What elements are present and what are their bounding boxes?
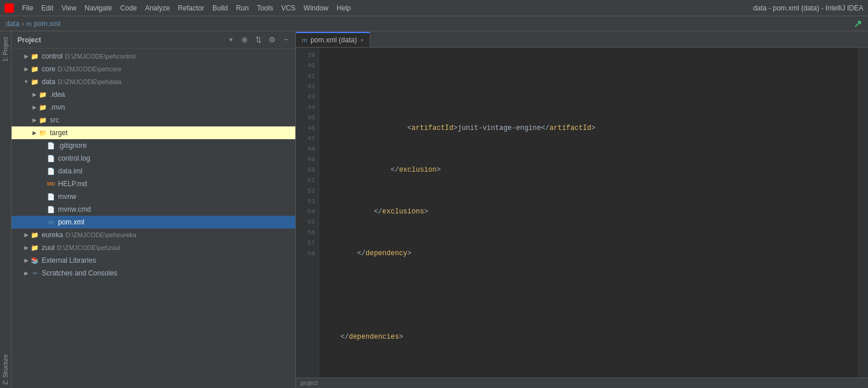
scratches-icon: ✏	[30, 269, 39, 278]
menu-window[interactable]: Window	[300, 3, 332, 13]
menu-code[interactable]: Code	[117, 3, 140, 13]
tree-item-idea[interactable]: ▶ 📁 .idea	[12, 88, 295, 101]
structure-tab[interactable]: Z: Structure	[1, 351, 10, 388]
tree-item-core[interactable]: ▶ 📁 core D:\ZMJCODE\pet\core	[12, 63, 295, 75]
breadcrumb-data[interactable]: data	[6, 20, 19, 28]
tree-item-mvnw[interactable]: ▶ 📄 mvnw	[12, 190, 295, 203]
locate-button[interactable]: ⊕	[238, 34, 250, 46]
breadcrumb-separator: ›	[21, 20, 24, 28]
folder-icon: 📁	[38, 115, 48, 125]
tree-item-control[interactable]: ▶ 📁 control D:\ZMJCODE\pet\control	[12, 50, 295, 63]
menu-edit[interactable]: Edit	[38, 3, 57, 13]
tree-item-mvn[interactable]: ▶ 📁 .mvn	[12, 101, 295, 114]
expand-icon: ▶	[30, 129, 38, 137]
tree-item-help-md[interactable]: ▶ MD HELP.md	[12, 177, 295, 190]
item-label: mvnw.cmd	[58, 205, 91, 213]
breadcrumb-file[interactable]: pom.xml	[34, 20, 60, 28]
item-label: Scratches and Consoles	[42, 269, 117, 277]
tree-item-src[interactable]: ▶ 📁 src	[12, 114, 295, 126]
tree-item-pom-xml[interactable]: ▶ m pom.xml	[12, 216, 295, 229]
expand-icon: ▶	[22, 269, 30, 277]
menu-bar: File Edit View Navigate Code Analyze Ref…	[19, 3, 753, 13]
menu-run[interactable]: Run	[233, 3, 252, 13]
line-num-41: 41 −	[296, 71, 315, 81]
item-label: core	[42, 65, 55, 73]
tree-item-eureka[interactable]: ▶ 📁 eureka D:\ZMJCODE\pet\eureka	[12, 229, 295, 241]
menu-tools[interactable]: Tools	[254, 3, 277, 13]
sidebar-title: Project	[15, 36, 226, 44]
folder-icon: 📁	[30, 52, 39, 61]
menu-help[interactable]: Help	[333, 3, 355, 13]
z-sidebar: 1: Project Z: Structure	[0, 31, 12, 388]
item-label: .mvn	[50, 103, 65, 111]
line-num-53: 53	[296, 196, 315, 206]
folder-icon: 📁	[38, 90, 48, 99]
menu-vcs[interactable]: VCS	[278, 3, 299, 13]
code-line-44	[324, 290, 859, 300]
menu-build[interactable]: Build	[209, 3, 232, 13]
line-num-55: 55	[296, 217, 315, 227]
folder-icon: 📁	[38, 103, 48, 112]
titlebar: File Edit View Navigate Code Analyze Ref…	[0, 0, 868, 16]
item-label: eureka	[42, 231, 63, 239]
minimize-button[interactable]: −	[280, 34, 292, 46]
folder-target-icon: 📁	[38, 128, 48, 137]
line-num-40: 40	[296, 60, 315, 71]
breadcrumb: data › m pom.xml ↗	[0, 16, 868, 31]
tree-item-scratches[interactable]: ▶ ✏ Scratches and Consoles	[12, 267, 295, 280]
xml-file-icon: m	[26, 20, 31, 27]
project-tab[interactable]: 1: Project	[1, 34, 10, 65]
expand-icon: ▶	[30, 116, 38, 124]
item-label: data	[42, 78, 55, 86]
folder-icon: 📁	[30, 77, 39, 86]
tab-close-button[interactable]: ×	[360, 37, 364, 43]
item-label: control	[42, 52, 63, 60]
dropdown-arrow[interactable]: ▼	[228, 37, 234, 43]
status-text: project	[301, 380, 318, 386]
item-path: D:\ZMJCODE\pet\control	[65, 53, 136, 60]
sidebar-toolbar: Project ▼ ⊕ ⇅ ⚙ −	[12, 31, 295, 49]
code-line-46	[324, 374, 859, 378]
item-label: External Libraries	[42, 256, 96, 264]
split-button[interactable]: ⇅	[252, 34, 264, 46]
tree-item-target[interactable]: ▶ 📁 target	[12, 126, 295, 139]
line-num-48: 48	[296, 144, 315, 154]
tab-file-icon: m	[302, 37, 307, 43]
tree-item-data[interactable]: ▼ 📁 data D:\ZMJCODE\pet\data	[12, 75, 295, 88]
menu-refactor[interactable]: Refactor	[175, 3, 208, 13]
line-num-39: 39	[296, 50, 315, 60]
tree-item-data-iml[interactable]: ▶ 📄 data.iml	[12, 165, 295, 177]
file-log-icon: 📄	[46, 154, 56, 163]
file-xml-icon: m	[46, 217, 56, 227]
line-num-52: 52	[296, 186, 315, 196]
tab-label: pom.xml (data)	[310, 36, 357, 44]
tree-item-mvnw-cmd[interactable]: ▶ 📄 mvnw.cmd	[12, 203, 295, 216]
editor-tab-pom-xml[interactable]: m pom.xml (data) ×	[296, 32, 370, 47]
file-md-icon: MD	[46, 179, 56, 188]
right-margin	[859, 48, 868, 378]
tree-item-control-log[interactable]: ▶ 📄 control.log	[12, 152, 295, 165]
menu-view[interactable]: View	[58, 3, 80, 13]
code-line-40: <artifactId>junit-vintage-engine</artifa…	[324, 123, 859, 133]
menu-file[interactable]: File	[19, 3, 37, 13]
settings-button[interactable]: ⚙	[266, 34, 278, 46]
code-line-39	[324, 81, 859, 92]
expand-icon: ▶	[22, 231, 30, 239]
line-num-46: 46	[296, 123, 315, 133]
window-title: data - pom.xml (data) - IntelliJ IDEA	[753, 4, 863, 12]
item-label: zuul	[42, 244, 55, 252]
line-num-57: 57	[296, 238, 315, 248]
line-num-51: 51	[296, 175, 315, 186]
tree-item-gitignore[interactable]: ▶ 📄 .gitignore	[12, 139, 295, 152]
tree-item-zuul[interactable]: ▶ 📁 zuul D:\ZMJCODE\pet\zuul	[12, 241, 295, 254]
app-logo	[5, 3, 14, 13]
menu-analyze[interactable]: Analyze	[142, 3, 173, 13]
project-tree[interactable]: ▶ 📁 control D:\ZMJCODE\pet\control ▶ 📁 c…	[12, 49, 295, 388]
expand-icon: ▼	[22, 78, 30, 86]
menu-navigate[interactable]: Navigate	[81, 3, 115, 13]
editor-area: m pom.xml (data) × 39 40 41 − 42 43 − 44…	[296, 31, 868, 388]
code-content[interactable]: <artifactId>junit-vintage-engine</artifa…	[319, 48, 859, 378]
project-sidebar: Project ▼ ⊕ ⇅ ⚙ − ▶ 📁 control D:\ZMJCODE…	[12, 31, 296, 388]
tree-item-ext-libs[interactable]: ▶ 📚 External Libraries	[12, 254, 295, 267]
file-sh-icon: 📄	[46, 192, 56, 201]
